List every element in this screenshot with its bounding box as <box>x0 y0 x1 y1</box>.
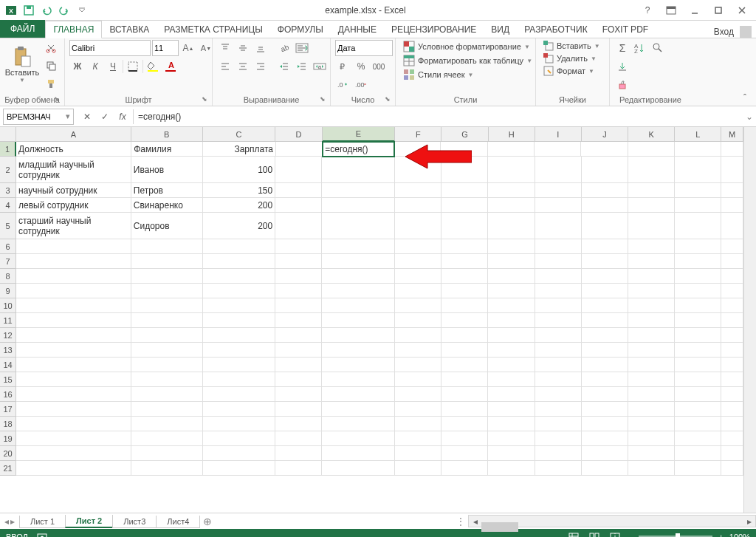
cell-H6[interactable] <box>488 239 535 254</box>
cell-G12[interactable] <box>441 328 488 343</box>
cell-K6[interactable] <box>628 239 675 254</box>
zoom-in-icon[interactable]: + <box>718 533 723 537</box>
cell-A21[interactable] <box>16 461 131 476</box>
cell-G8[interactable] <box>441 269 488 284</box>
cell-F13[interactable] <box>395 343 441 358</box>
cell-A19[interactable] <box>16 431 131 446</box>
cell-D16[interactable] <box>275 387 322 402</box>
cell-H18[interactable] <box>488 417 535 431</box>
row-header-7[interactable]: 7 <box>0 254 16 269</box>
undo-icon[interactable] <box>38 2 55 18</box>
cell-A16[interactable] <box>16 387 131 402</box>
delete-cells-button[interactable]: Удалить▼ <box>540 52 599 64</box>
cell-I5[interactable] <box>535 213 582 239</box>
wrap-text-icon[interactable] <box>294 40 310 56</box>
cell-E2[interactable] <box>322 157 395 183</box>
cell-J19[interactable] <box>582 431 628 446</box>
ribbon-display-icon[interactable] <box>662 3 681 18</box>
cell-J16[interactable] <box>582 387 628 402</box>
cell-J15[interactable] <box>582 372 628 387</box>
cell-B5[interactable]: Сидоров <box>131 213 203 239</box>
cell-I6[interactable] <box>535 239 582 254</box>
cell-J6[interactable] <box>582 239 628 254</box>
vertical-scrollbar[interactable] <box>743 127 756 513</box>
cell-B16[interactable] <box>131 387 203 402</box>
cell-K20[interactable] <box>628 446 675 461</box>
cell-M13[interactable] <box>721 343 743 358</box>
fill-color-icon[interactable] <box>145 58 161 75</box>
cell-G6[interactable] <box>441 239 488 254</box>
row-header-10[interactable]: 10 <box>0 298 16 313</box>
cell-C7[interactable] <box>203 254 276 269</box>
cell-K2[interactable] <box>628 157 675 183</box>
cell-K7[interactable] <box>628 254 675 269</box>
cell-A5[interactable]: старший научный сотрудник <box>16 213 131 239</box>
insert-cells-button[interactable]: Вставить▼ <box>540 40 603 52</box>
tab-pagelayout[interactable]: РАЗМЕТКА СТРАНИЦЫ <box>157 21 270 38</box>
sheet-nav-prev-icon[interactable]: ◂ <box>4 516 9 527</box>
row-header-15[interactable]: 15 <box>0 372 16 387</box>
cell-J5[interactable] <box>582 213 628 239</box>
cell-G14[interactable] <box>441 358 488 372</box>
cell-E5[interactable] <box>322 213 395 239</box>
cell-K3[interactable] <box>628 183 675 198</box>
cell-K21[interactable] <box>628 461 675 476</box>
name-box[interactable]: ВРЕМЗНАЧ ▾ <box>3 109 74 125</box>
format-as-table-button[interactable]: Форматировать как таблицу▼ <box>400 54 535 67</box>
cell-B17[interactable] <box>131 402 203 417</box>
cell-C16[interactable] <box>203 387 276 402</box>
cell-M12[interactable] <box>721 328 743 343</box>
cell-D18[interactable] <box>275 417 322 431</box>
cell-D5[interactable] <box>275 213 322 239</box>
cell-I9[interactable] <box>535 284 582 298</box>
cell-B10[interactable] <box>131 298 203 313</box>
cell-D12[interactable] <box>275 328 322 343</box>
cell-F20[interactable] <box>395 446 441 461</box>
cell-A6[interactable] <box>16 239 131 254</box>
sheet-tab-3[interactable]: Лист4 <box>156 516 200 528</box>
cell-D4[interactable] <box>275 198 322 213</box>
cell-F11[interactable] <box>395 313 441 328</box>
decrease-indent-icon[interactable] <box>276 58 292 75</box>
formula-input[interactable]: =сегодня() <box>134 109 743 125</box>
cell-K4[interactable] <box>628 198 675 213</box>
cell-B1[interactable]: Фамилия <box>131 142 203 157</box>
cell-A1[interactable]: Должность <box>16 142 131 157</box>
cell-A17[interactable] <box>16 402 131 417</box>
cell-C6[interactable] <box>203 239 276 254</box>
cell-I14[interactable] <box>535 358 582 372</box>
cell-J9[interactable] <box>582 284 628 298</box>
cell-J17[interactable] <box>582 402 628 417</box>
cell-C11[interactable] <box>203 313 276 328</box>
collapse-ribbon-icon[interactable]: ˆ <box>737 92 753 104</box>
cell-G20[interactable] <box>441 446 488 461</box>
row-header-3[interactable]: 3 <box>0 183 16 198</box>
cell-C18[interactable] <box>203 417 276 431</box>
cell-M9[interactable] <box>721 284 743 298</box>
login-link[interactable]: Вход <box>714 27 734 37</box>
cell-C1[interactable]: Зарплата <box>203 142 276 157</box>
cell-K1[interactable] <box>628 142 675 157</box>
accept-formula-icon[interactable]: ✓ <box>97 109 112 124</box>
cell-D21[interactable] <box>275 461 322 476</box>
name-box-dropdown-icon[interactable]: ▾ <box>66 112 70 121</box>
cells-area[interactable]: ДолжностьФамилияЗарплата=сегодня()младши… <box>16 142 743 476</box>
align-right-icon[interactable] <box>252 58 269 75</box>
cell-G21[interactable] <box>441 461 488 476</box>
cell-M2[interactable] <box>721 157 743 183</box>
excel-icon[interactable]: X <box>3 2 19 18</box>
cell-I2[interactable] <box>535 157 582 183</box>
hscroll-thumb[interactable] <box>481 522 518 532</box>
cell-D7[interactable] <box>275 254 322 269</box>
cell-E3[interactable] <box>322 183 395 198</box>
border-icon[interactable] <box>125 58 141 75</box>
tab-insert[interactable]: ВСТАВКА <box>102 21 157 38</box>
cell-H15[interactable] <box>488 372 535 387</box>
cell-D15[interactable] <box>275 372 322 387</box>
cell-F14[interactable] <box>395 358 441 372</box>
scroll-left-icon[interactable]: ◂ <box>469 516 481 527</box>
cell-F8[interactable] <box>395 269 441 284</box>
cell-E9[interactable] <box>322 284 395 298</box>
cell-A18[interactable] <box>16 417 131 431</box>
cell-J18[interactable] <box>582 417 628 431</box>
